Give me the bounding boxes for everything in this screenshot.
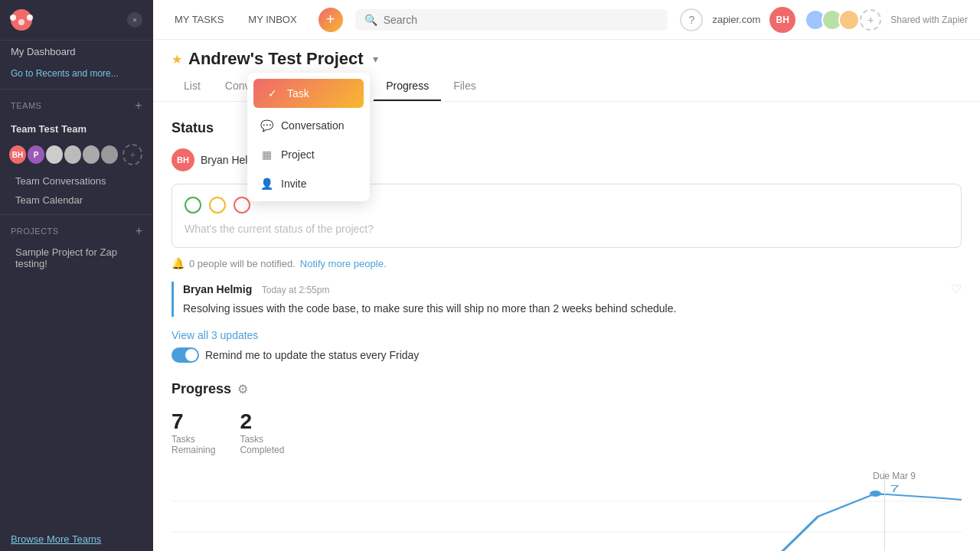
browse-more-teams-link[interactable]: Browse More Teams [0, 527, 153, 551]
status-user-avatar: BH [172, 148, 194, 171]
sidebar-item-recents[interactable]: Go to Recents and more... [0, 63, 153, 84]
star-icon[interactable]: ★ [172, 52, 182, 67]
dropdown-menu: ✓ Task 💬 Conversation ▦ Project 👤 Invite [247, 73, 370, 201]
due-label: Due Mar 9 [873, 471, 916, 481]
logo-circle-3 [27, 15, 33, 21]
avatar-gray4 [100, 144, 119, 165]
logo-circle-2 [18, 19, 24, 25]
create-button[interactable]: + [318, 8, 343, 32]
avatar-gray1 [44, 144, 64, 165]
status-green[interactable] [185, 197, 201, 214]
recents-label: Go to Recents and more... [11, 68, 119, 79]
create-dropdown: ✓ Task 💬 Conversation ▦ Project 👤 Invite [247, 73, 370, 201]
view-updates-link[interactable]: View all 3 updates [172, 329, 962, 341]
add-team-member-button[interactable]: + [122, 144, 142, 165]
tab-progress[interactable]: Progress [374, 72, 441, 101]
projects-label: PROJECTS [11, 227, 59, 236]
dropdown-invite-label: Invite [281, 178, 306, 190]
notify-more-link[interactable]: Notify more people. [300, 258, 387, 269]
projects-header: PROJECTS + [0, 220, 153, 243]
gear-icon[interactable]: ⚙ [237, 382, 248, 396]
team-calendar-label: Team Calendar [15, 194, 83, 206]
shared-text: Shared with Zapier [890, 15, 968, 25]
remind-row: Remind me to update the status every Fri… [172, 347, 962, 363]
team-name: Team Test Team [0, 117, 153, 141]
progress-chart: Due Mar 9 7 [172, 471, 962, 551]
update-text: Resolving issues with the code base, to … [183, 301, 962, 317]
add-team-button[interactable]: + [135, 99, 142, 112]
add-project-button[interactable]: + [136, 224, 142, 238]
avatar-gray2 [63, 144, 83, 165]
status-placeholder[interactable]: What's the current status of the project… [185, 223, 949, 235]
tab-files[interactable]: Files [441, 72, 488, 101]
tasks-remaining-label: Tasks Remaining [172, 434, 215, 455]
bell-icon: 🔔 [172, 257, 185, 269]
teams-label: TEAMS [11, 101, 41, 110]
stat-remaining: 7 Tasks Remaining [172, 409, 215, 455]
topbar-right: ? zapier.com BH + Shared with Zapier [680, 7, 968, 33]
tasks-remaining-count: 7 [172, 409, 215, 434]
teams-section-header: TEAMS + [0, 94, 153, 117]
sidebar-item-sample-project[interactable]: Sample Project for Zap testing! [0, 243, 153, 273]
dropdown-item-invite[interactable]: 👤 Invite [247, 169, 370, 198]
tab-list[interactable]: List [172, 72, 213, 101]
my-tasks-button[interactable]: MY TASKS [165, 9, 233, 30]
sidebar: × My Dashboard Go to Recents and more...… [0, 0, 153, 551]
sidebar-header: × [0, 0, 153, 41]
update-author: Bryan Helmig [183, 283, 252, 295]
dropdown-conversation-label: Conversation [281, 119, 345, 132]
asana-logo-icon [11, 9, 32, 31]
project-title: Andrew's Test Project [188, 49, 364, 69]
my-inbox-button[interactable]: MY INBOX [239, 9, 305, 30]
update-row: Bryan Helmig Today at 2:55pm ♡ Resolving… [172, 282, 962, 317]
task-check-icon: ✓ [266, 86, 279, 100]
help-button[interactable]: ? [680, 8, 703, 31]
sidebar-item-team-conversations[interactable]: Team Conversations [0, 171, 153, 191]
due-line [884, 471, 885, 551]
notify-text: 0 people will be notified. [189, 258, 296, 269]
dropdown-item-task[interactable]: ✓ Task [253, 79, 364, 108]
avatar-bh: BH [8, 144, 28, 165]
zapier-link[interactable]: zapier.com [712, 14, 760, 25]
dropdown-project-label: Project [281, 148, 315, 161]
svg-text:7: 7 [890, 484, 900, 494]
progress-title: Progress [172, 381, 231, 397]
heart-button[interactable]: ♡ [951, 282, 962, 296]
dashboard-label: My Dashboard [11, 46, 76, 57]
topbar-nav: MY TASKS MY INBOX [165, 9, 306, 30]
asana-logo-circles [10, 15, 33, 25]
tasks-completed-count: 2 [240, 409, 284, 434]
progress-section: Progress ⚙ 7 Tasks Remaining 2 Tasks Com… [172, 381, 962, 551]
asana-logo [11, 9, 32, 31]
progress-header: Progress ⚙ [172, 381, 962, 397]
dropdown-item-project[interactable]: ▦ Project [247, 140, 370, 169]
project-menu-button[interactable]: ▾ [373, 53, 378, 65]
team-conversations-label: Team Conversations [15, 175, 106, 187]
dropdown-item-conversation[interactable]: 💬 Conversation [247, 111, 370, 140]
remind-toggle[interactable] [172, 347, 199, 363]
sidebar-item-team-calendar[interactable]: Team Calendar [0, 191, 153, 210]
invite-button[interactable]: + [860, 9, 881, 31]
avatar-gray3 [81, 144, 101, 165]
toggle-knob [185, 349, 198, 361]
dropdown-task-label: Task [287, 87, 309, 99]
topbar: MY TASKS MY INBOX + 🔍 ? zapier.com BH + … [153, 0, 980, 40]
conversation-icon: 💬 [260, 119, 273, 132]
stat-completed: 2 Tasks Completed [240, 409, 284, 455]
avatar-purple: P [26, 144, 46, 165]
search-icon: 🔍 [364, 14, 377, 26]
update-time: Today at 2:55pm [262, 285, 330, 295]
svg-point-3 [870, 491, 881, 497]
status-yellow[interactable] [209, 197, 226, 214]
sidebar-item-dashboard[interactable]: My Dashboard [0, 41, 153, 63]
search-bar[interactable]: 🔍 [355, 9, 668, 31]
remind-text: Remind me to update the status every Fri… [205, 349, 419, 361]
user-avatar: BH [769, 7, 795, 33]
project-header: ★ Andrew's Test Project ▾ [153, 40, 980, 69]
tasks-completed-label: Tasks Completed [240, 434, 284, 455]
search-input[interactable] [384, 14, 659, 26]
chart-svg: 7 [172, 471, 962, 551]
close-button[interactable]: × [127, 12, 142, 28]
team-avatars: BH P + [0, 141, 153, 171]
update-header: Bryan Helmig Today at 2:55pm ♡ [183, 282, 962, 296]
